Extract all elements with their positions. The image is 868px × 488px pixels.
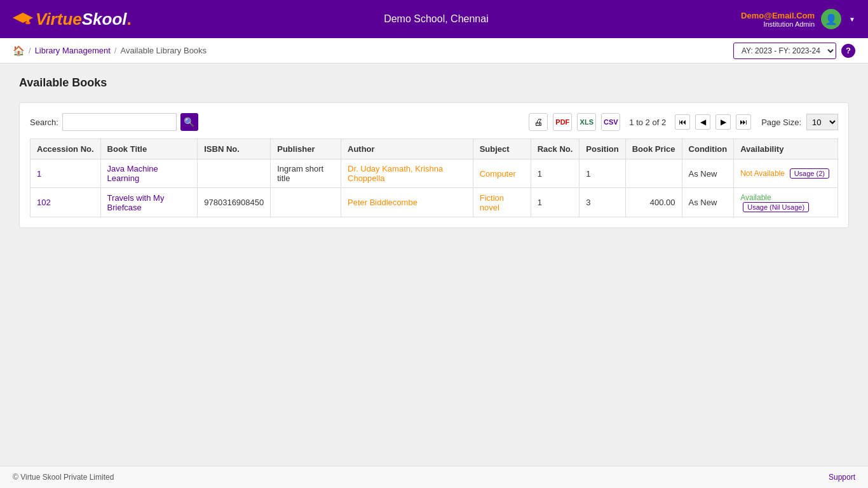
page-title: Available Books bbox=[19, 76, 849, 90]
availability-badge: Available bbox=[740, 193, 771, 202]
breadcrumb-sep-2: / bbox=[114, 46, 117, 55]
header-right: Demo@Email.Com Institution Admin 👤 ▼ bbox=[741, 9, 855, 29]
print-button[interactable]: 🖨 bbox=[529, 113, 548, 131]
cell-rack-no: 1 bbox=[531, 188, 580, 217]
page-size-label: Page Size: bbox=[761, 118, 801, 127]
scroll-container[interactable]: Accession No. Book Title ISBN No. Publis… bbox=[30, 139, 838, 217]
csv-button[interactable]: CSV bbox=[601, 113, 620, 131]
logo-virtue-text: Virtue bbox=[36, 10, 82, 29]
book-title-link[interactable]: Travels with My Briefcase bbox=[107, 193, 165, 212]
breadcrumb-bar: 🏠 / Library Management / Available Libra… bbox=[0, 38, 868, 64]
col-position: Position bbox=[580, 139, 625, 159]
col-accession-no: Accession No. bbox=[31, 139, 101, 159]
chevron-down-icon[interactable]: ▼ bbox=[849, 16, 855, 23]
table-row: 1 Java Machine Learning Ingram short tit… bbox=[31, 159, 838, 188]
excel-icon: XLS bbox=[580, 118, 593, 126]
accession-link[interactable]: 102 bbox=[37, 198, 51, 207]
excel-button[interactable]: XLS bbox=[577, 113, 596, 131]
help-button[interactable]: ? bbox=[841, 44, 855, 58]
last-page-button[interactable]: ⏭ bbox=[736, 114, 751, 130]
search-area: Search: 🔍 bbox=[30, 113, 198, 131]
table-header-row: Accession No. Book Title ISBN No. Publis… bbox=[31, 139, 838, 159]
user-role: Institution Admin bbox=[741, 20, 815, 28]
cell-rack-no: 1 bbox=[531, 159, 580, 188]
toolbar-right: 🖨 PDF XLS CSV 1 to 2 of 2 ⏮ ◀ ▶ ⏭ Page S… bbox=[529, 113, 838, 131]
ay-selector[interactable]: AY: 2023 - FY: 2023-24AY: 2022 - FY: 202… bbox=[733, 43, 836, 59]
col-book-title: Book Title bbox=[100, 139, 198, 159]
page-size-select[interactable]: 10 20 50 100 bbox=[806, 114, 838, 130]
cell-book-title: Java Machine Learning bbox=[100, 159, 198, 188]
main-content: Available Books Search: 🔍 🖨 PDF XLS bbox=[0, 64, 868, 466]
col-isbn-no: ISBN No. bbox=[198, 139, 271, 159]
usage-button[interactable]: Usage (2) bbox=[790, 168, 829, 179]
book-title-link[interactable]: Java Machine Learning bbox=[107, 164, 158, 183]
logo-skool-text: Skool bbox=[82, 10, 127, 29]
cell-subject: Fiction novel bbox=[473, 188, 531, 217]
toolbar: Search: 🔍 🖨 PDF XLS CSV 1 bbox=[30, 113, 838, 131]
search-button[interactable]: 🔍 bbox=[180, 113, 198, 131]
cell-position: 3 bbox=[580, 188, 625, 217]
col-subject: Subject bbox=[473, 139, 531, 159]
search-label: Search: bbox=[30, 118, 58, 127]
user-email: Demo@Email.Com bbox=[741, 11, 815, 20]
user-info: Demo@Email.Com Institution Admin bbox=[741, 11, 815, 28]
search-input[interactable] bbox=[62, 113, 177, 131]
avatar-icon: 👤 bbox=[825, 13, 837, 25]
home-icon[interactable]: 🏠 bbox=[13, 45, 25, 57]
availability-badge: Not Available bbox=[740, 169, 785, 178]
cell-condition: As New bbox=[682, 159, 734, 188]
cell-book-price bbox=[625, 159, 682, 188]
pdf-icon: PDF bbox=[555, 118, 569, 126]
breadcrumb-library-management[interactable]: Library Management bbox=[35, 46, 111, 55]
pagination-info: 1 to 2 of 2 bbox=[629, 118, 666, 127]
breadcrumb-current-page: Available Library Books bbox=[120, 46, 207, 55]
table-container: Search: 🔍 🖨 PDF XLS CSV 1 bbox=[19, 102, 849, 228]
cell-book-price: 400.00 bbox=[625, 188, 682, 217]
support-link[interactable]: Support bbox=[829, 473, 855, 482]
cell-availability: Available Usage (Nil Usage) bbox=[734, 188, 838, 217]
print-icon: 🖨 bbox=[534, 117, 543, 127]
pdf-button[interactable]: PDF bbox=[553, 113, 572, 131]
cell-isbn bbox=[198, 159, 271, 188]
cell-accession-no: 102 bbox=[31, 188, 101, 217]
cell-position: 1 bbox=[580, 159, 625, 188]
subject-link[interactable]: Computer bbox=[480, 169, 516, 179]
first-page-button[interactable]: ⏮ bbox=[675, 114, 690, 130]
avatar[interactable]: 👤 bbox=[821, 9, 841, 29]
cell-book-title: Travels with My Briefcase bbox=[100, 188, 198, 217]
breadcrumb-sep-1: / bbox=[29, 46, 31, 55]
col-publisher: Publisher bbox=[271, 139, 341, 159]
cell-condition: As New bbox=[682, 188, 734, 217]
books-table: Accession No. Book Title ISBN No. Publis… bbox=[30, 139, 838, 217]
cell-publisher bbox=[271, 188, 341, 217]
cell-author: Dr. Uday Kamath, Krishna Choppella bbox=[341, 159, 473, 188]
col-author: Author bbox=[341, 139, 473, 159]
search-icon: 🔍 bbox=[184, 117, 194, 127]
col-availability: Availability bbox=[734, 139, 838, 159]
school-name: Demo School, Chennai bbox=[384, 13, 489, 25]
col-condition: Condition bbox=[682, 139, 734, 159]
subject-link[interactable]: Fiction novel bbox=[480, 193, 504, 212]
cell-subject: Computer bbox=[473, 159, 531, 188]
prev-page-button[interactable]: ◀ bbox=[695, 114, 710, 130]
next-page-button[interactable]: ▶ bbox=[715, 114, 731, 130]
usage-button[interactable]: Usage (Nil Usage) bbox=[743, 202, 809, 212]
svg-point-2 bbox=[25, 22, 31, 24]
svg-marker-0 bbox=[13, 13, 33, 23]
cell-isbn: 9780316908450 bbox=[198, 188, 271, 217]
breadcrumb-right: AY: 2023 - FY: 2023-24AY: 2022 - FY: 202… bbox=[733, 43, 855, 59]
author-link[interactable]: Peter Biddlecombe bbox=[348, 198, 417, 207]
csv-icon: CSV bbox=[604, 118, 618, 126]
author-link[interactable]: Dr. Uday Kamath, Krishna Choppella bbox=[348, 164, 443, 183]
cell-availability: Not Available Usage (2) bbox=[734, 159, 838, 188]
breadcrumb: 🏠 / Library Management / Available Libra… bbox=[13, 45, 207, 57]
logo-hat-icon bbox=[13, 11, 33, 25]
footer: © Virtue Skool Private Limited Support bbox=[0, 466, 868, 488]
accession-link[interactable]: 1 bbox=[37, 169, 41, 179]
logo: VirtueSkool. bbox=[13, 10, 132, 29]
col-rack-no: Rack No. bbox=[531, 139, 580, 159]
cell-publisher: Ingram short title bbox=[271, 159, 341, 188]
col-book-price: Book Price bbox=[625, 139, 682, 159]
cell-accession-no: 1 bbox=[31, 159, 101, 188]
table-row: 102 Travels with My Briefcase 9780316908… bbox=[31, 188, 838, 217]
